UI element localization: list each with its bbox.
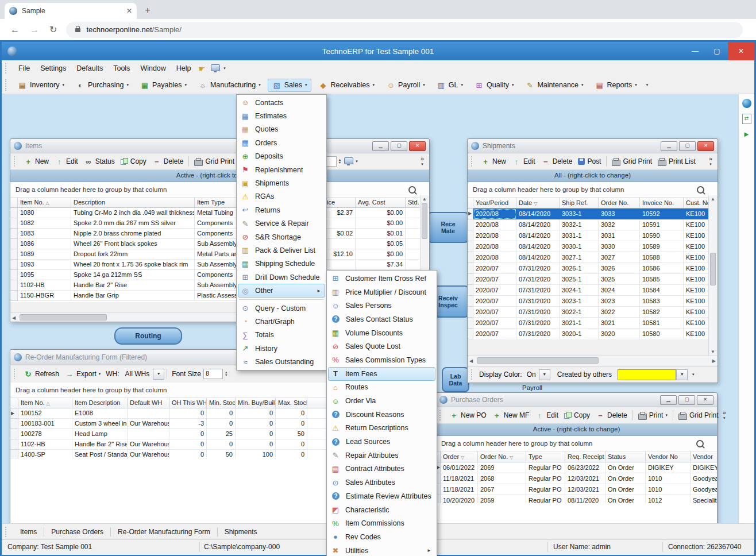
column-header-cust-no[interactable]: Cust. No. bbox=[684, 198, 710, 208]
toolbar-overflow-button[interactable]: »▾ bbox=[418, 156, 427, 167]
column-header-default-wh[interactable]: Default WH bbox=[128, 398, 169, 408]
menu-item-quotes[interactable]: ▦Quotes bbox=[238, 123, 325, 136]
menu-item-contacts[interactable]: ☺Contacts bbox=[238, 96, 325, 109]
filter-icon[interactable]: ▽ bbox=[510, 455, 513, 460]
tab-items[interactable]: Items bbox=[13, 526, 44, 538]
menu-item-other[interactable]: ◎Other► bbox=[238, 284, 325, 297]
export-button[interactable]: →Export▾ bbox=[62, 369, 103, 380]
menu-item-returns[interactable]: ↩Returns bbox=[238, 203, 325, 217]
copy-button[interactable]: Copy bbox=[118, 156, 149, 167]
window-minimize-button[interactable]: ▁ bbox=[660, 395, 677, 405]
menu-item-estimates[interactable]: ▦Estimates bbox=[238, 109, 325, 122]
menu-tools[interactable]: Tools bbox=[108, 63, 135, 74]
menu-item-estimate-review-attributes[interactable]: ?Estimate Review Attributes bbox=[328, 489, 435, 503]
filter-icon[interactable]: ▽ bbox=[534, 201, 537, 206]
menu-item-drill-down-schedule[interactable]: ⊞Drill Down Schedule bbox=[238, 271, 325, 284]
shipments-window-titlebar[interactable]: Shipments ▁ ▢ ✕ bbox=[468, 139, 718, 153]
grid-row[interactable]: 2020/0808/14/20203031-1303110590KE100 bbox=[468, 230, 718, 241]
new-mf-button[interactable]: +New MF bbox=[489, 410, 533, 421]
menu-item-query-custom[interactable]: ⊙Query - Custom bbox=[238, 302, 325, 315]
menu-item-sales-contact-status[interactable]: ?Sales Contact Status bbox=[328, 312, 435, 326]
grid-row[interactable]: 2020/0808/14/20203030-1303010589KE100 bbox=[468, 241, 718, 252]
tab-purchase-orders[interactable]: Purchase Orders bbox=[44, 526, 110, 538]
grid-row[interactable]: 2020/0707/31/20203020-1302010580KE100 bbox=[468, 329, 718, 339]
menu-item-totals[interactable]: ∑Totals bbox=[238, 329, 325, 342]
edit-button[interactable]: ↑Edit bbox=[532, 410, 561, 421]
window-minimize-button[interactable]: ▁ bbox=[372, 141, 389, 151]
chevron-down-icon[interactable]: ▾ bbox=[223, 66, 226, 71]
po-group-panel[interactable]: Drag a column header here to group by th… bbox=[436, 436, 717, 451]
column-header-max-stock[interactable]: Max. Stock bbox=[276, 398, 307, 408]
menu-item-deposits[interactable]: ⊕Deposits bbox=[238, 150, 325, 163]
menu-item-pack-deliver-list[interactable]: ▥Pack & Deliver List bbox=[238, 244, 325, 257]
menu-item-item-commissions[interactable]: %Item Commissions bbox=[328, 516, 435, 530]
menu-window[interactable]: Window bbox=[135, 63, 171, 74]
search-icon[interactable] bbox=[696, 440, 704, 447]
reports-module-button[interactable]: ▤Reports▾ bbox=[591, 79, 642, 92]
grid-row[interactable]: 1080Tubing Cr-Mo 2 inch dia .049 wall th… bbox=[10, 208, 429, 218]
menu-item-order-via[interactable]: ☺Order Via bbox=[328, 394, 435, 408]
po-filter-strip[interactable]: Active - (right-click to change) bbox=[436, 423, 717, 436]
grid-print-button[interactable]: Grid Print bbox=[609, 156, 655, 167]
column-header-order-no[interactable]: Order No.▽ bbox=[478, 451, 526, 462]
back-icon[interactable]: ← bbox=[10, 25, 20, 35]
edit-button[interactable]: ↑Edit bbox=[509, 156, 538, 167]
grid-row[interactable]: 2020/0707/31/20203021-1302110581KE100 bbox=[468, 318, 718, 329]
payables-module-button[interactable]: ▦Payables▾ bbox=[136, 79, 191, 92]
delete-button[interactable]: −Delete bbox=[593, 410, 630, 421]
menu-item-sales-quote-lost[interactable]: ⊘Sales Quote Lost bbox=[328, 339, 435, 353]
grid-row[interactable]: 1093Wheel 20 front x 1.75 36 spoke black… bbox=[10, 260, 429, 270]
chevron-down-icon[interactable]: ▼ bbox=[153, 369, 164, 380]
menu-item-customer-item-cross-ref[interactable]: ⊞Customer Item Cross Ref bbox=[328, 272, 435, 285]
reload-icon[interactable]: ↻ bbox=[49, 24, 57, 35]
menu-item-sales-commission-types[interactable]: %Sales Commission Types bbox=[328, 353, 435, 367]
sync-doc-icon[interactable]: ⇄ bbox=[742, 114, 751, 124]
purchasing-module-button[interactable]: ◐Purchasing▾ bbox=[71, 79, 133, 92]
window-maximize-button[interactable]: ▢ bbox=[678, 395, 695, 405]
run-icon[interactable]: ► bbox=[743, 130, 750, 138]
menu-item-rgas[interactable]: ⚠RGAs bbox=[238, 190, 325, 203]
toolbar-overflow-button[interactable]: »▾ bbox=[706, 156, 715, 167]
edit-button[interactable]: ↑Edit bbox=[52, 156, 81, 167]
menu-item-rev-codes[interactable]: ●Rev Codes bbox=[328, 530, 435, 544]
url-bar[interactable]: technoerponline.net /Sample/ bbox=[66, 22, 743, 38]
po-window-titlebar[interactable]: Purchase Orders ▁ ▢ ✕ bbox=[436, 393, 717, 407]
new-button[interactable]: +New bbox=[21, 156, 52, 167]
menu-item-sales-outstanding[interactable]: ≈Sales Outstanding bbox=[238, 355, 325, 368]
menu-file[interactable]: File bbox=[13, 63, 35, 74]
column-header-item-no[interactable]: Item No.△ bbox=[18, 398, 72, 408]
menu-item-return-descriptions[interactable]: ⚠Return Descriptions bbox=[328, 422, 435, 435]
column-header-min-buy-build[interactable]: Min. Buy/Build bbox=[236, 398, 276, 408]
delete-button[interactable]: −Delete bbox=[538, 156, 576, 167]
column-header-item-description[interactable]: Item Description bbox=[72, 398, 128, 408]
menu-item-sales-attributes[interactable]: ⊙Sales Attributes bbox=[328, 476, 435, 489]
menu-item-shipping-schedule[interactable]: ▦Shipping Schedule bbox=[238, 257, 325, 271]
grid-row[interactable]: 11/18/20212068Regular PO12/03/2021On Ord… bbox=[436, 473, 717, 484]
computer-icon[interactable] bbox=[211, 64, 220, 71]
grid-row[interactable]: 1083Nipple 2.0 brass chrome platedCompon… bbox=[10, 229, 429, 239]
filter-icon[interactable]: ▽ bbox=[461, 455, 464, 460]
items-filter-strip[interactable]: Active - (right-click to change) bbox=[10, 169, 429, 182]
column-header-status[interactable]: Status bbox=[605, 451, 646, 462]
menu-help[interactable]: Help bbox=[171, 63, 196, 74]
manufacturing-module-button[interactable]: ☼Manufacturing▾ bbox=[194, 79, 265, 92]
swatch-dropdown[interactable]: ▼ bbox=[676, 369, 688, 380]
quality-module-button[interactable]: ⊞Quality▾ bbox=[470, 79, 518, 92]
grid-row[interactable]: 2020/0808/14/20203032-1303210591KE100 bbox=[468, 219, 718, 230]
grid-row[interactable]: 2020/0707/31/20203023-1302310583KE100 bbox=[468, 296, 718, 307]
forward-icon[interactable]: → bbox=[30, 25, 39, 35]
grid-row[interactable]: ▶2020/0808/14/20203033-1303310592KE100 bbox=[468, 208, 718, 219]
hand-icon[interactable]: ☛ bbox=[199, 64, 206, 73]
column-header-description[interactable]: Description bbox=[71, 198, 195, 208]
column-header-min-stock[interactable]: Min. Stock bbox=[207, 398, 236, 408]
items-window-titlebar[interactable]: Items ▁ ▢ ✕ bbox=[10, 139, 429, 153]
sales-module-button[interactable]: ▧Sales▾ bbox=[268, 79, 312, 92]
status-button[interactable]: ∞Status bbox=[81, 156, 118, 167]
copy-button[interactable]: Copy bbox=[561, 410, 593, 420]
menu-item-volume-discounts[interactable]: ▦Volume Discounts bbox=[328, 326, 435, 340]
grid-row[interactable]: 1082Spoke 2.0 mm dia 267 mm SS silverCom… bbox=[10, 218, 429, 229]
column-header-item-no[interactable]: Item No.△ bbox=[18, 198, 71, 208]
grid-row[interactable]: 2020/0707/31/20203022-1302210582KE100 bbox=[468, 307, 718, 318]
grid-row[interactable]: 11/18/20212067Regular PO12/03/2021On Ord… bbox=[436, 484, 717, 495]
menu-item-replenishment[interactable]: ⚑Replenishment bbox=[238, 163, 325, 176]
